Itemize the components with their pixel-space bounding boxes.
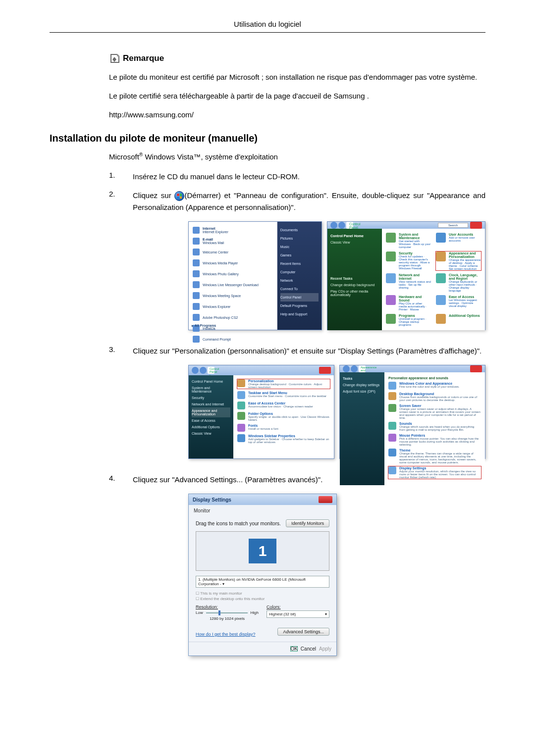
ap-folder-d: Specify single- or double-click to open … [248, 415, 330, 421]
nav-fwd-icon [351, 365, 358, 372]
cp-programs-d: Uninstall a program · Change startup pro… [399, 317, 431, 326]
ease-icon [436, 295, 446, 305]
cp-system-d: Get started with Windows · Back up your … [399, 240, 431, 249]
welcome-icon [193, 249, 200, 255]
pp-saver-d: Change your screen saver or adjust when … [399, 407, 481, 419]
pp-breadcrumb: Appearance and Personalization ▸ Persona… [359, 365, 366, 372]
close-icon [319, 496, 332, 503]
ap-ease-d: Accommodate low vision · Change screen r… [248, 405, 313, 408]
start-orb-icon [174, 191, 184, 201]
ap-side-system: System and Maintenance [192, 385, 230, 395]
cp-clock-d: Change keyboards or other input methods … [449, 280, 481, 292]
cp-side-classic: Classic View [330, 239, 379, 246]
cp-user: User Accounts [449, 233, 481, 236]
ok-button[interactable]: OK [290, 646, 297, 652]
start-controlpanel: Control Panel [280, 293, 319, 302]
start-games: Games [280, 251, 319, 259]
control-panel-screenshot: Control Panel ▸ Search Control Panel Hom… [327, 221, 485, 330]
appearance-icon [436, 252, 446, 261]
cp-security: Security [399, 252, 431, 255]
display-icon [388, 466, 396, 474]
start-recent: Recent Items [280, 259, 319, 268]
start-pictures: Pictures [280, 234, 319, 243]
start-messenger: Windows Live Messenger Download [203, 283, 259, 287]
mouse-icon [388, 434, 396, 442]
step-3-text: Cliquez sur "Personalization (personnali… [133, 345, 485, 357]
pp-sounds-d: Change which sounds are heard when you d… [399, 425, 481, 431]
start-help: Help and Support [280, 310, 319, 318]
identify-monitors-button[interactable]: Identify Monitors [286, 519, 329, 527]
cp-hardware: Hardware and Sound [399, 295, 431, 302]
ap-fonts: Fonts [248, 424, 278, 427]
ap-fonts-d: Install or remove a font [248, 427, 278, 430]
meeting-icon [193, 292, 200, 299]
ap-side-network: Network and Internet [192, 401, 230, 407]
clock-icon [436, 273, 446, 283]
ap-side-additional: Additional Options [192, 424, 230, 430]
step-3: 3. Cliquez sur "Personalization (personn… [109, 345, 485, 357]
additional-icon [436, 314, 446, 324]
start-photoshop: Adobe Photoshop CS2 [203, 316, 238, 319]
colors-dropdown[interactable]: Highest (32 bit)▾ [267, 610, 329, 618]
nav-fwd-icon [338, 222, 345, 229]
pp-side-font: Adjust font size (DPI) [343, 388, 381, 395]
ds-check1-label: This is my main monitor [200, 591, 242, 596]
explorer-icon [193, 303, 200, 310]
cp-appearance-d: Change the appearance of desktop · Apply… [449, 258, 481, 270]
pp-side-display: Change display settings [343, 382, 381, 388]
remarque-p2: Le pilote certifié sera téléchargeable à… [109, 90, 485, 102]
ap-side-home: Control Panel Home [192, 378, 230, 385]
slider-low: Low [196, 610, 203, 615]
cmd-icon [193, 336, 200, 343]
step-2-num: 2. [109, 190, 121, 213]
step-2: 2. Cliquez sur (Démarrer) et "Panneau de… [109, 190, 485, 213]
ap-sidebar: Windows Sidebar Properties [248, 434, 330, 438]
start-menu-screenshot: InternetInternet Explorer E-mailWindows … [188, 221, 322, 330]
pp-saver: Screen Saver [399, 404, 481, 407]
note-icon [109, 52, 121, 64]
mail-icon [193, 238, 200, 245]
cp-side-bg: Change desktop background [330, 282, 379, 288]
step-4-num: 4. [109, 474, 121, 486]
pp-theme-d: Change the theme. Themes can change a wi… [399, 452, 481, 464]
ds-tab-monitor: Monitor [189, 505, 336, 514]
color-icon [388, 382, 396, 390]
page-header: Utilisation du logiciel [50, 20, 485, 33]
ap-ease: Ease of Access Center [248, 402, 313, 405]
start-default: Default Programs [280, 302, 319, 310]
step-4-text: Cliquez sur "Advanced Settings... (Param… [133, 474, 485, 486]
saver-icon [388, 404, 396, 412]
close-icon [470, 222, 482, 229]
pp-color: Windows Color and Appearance [399, 382, 460, 385]
gallery-icon [193, 270, 200, 277]
cp-breadcrumb: Control Panel ▸ [346, 222, 353, 229]
ds-hint: Drag the icons to match your monitors. [196, 521, 281, 526]
personalization-icon [237, 379, 245, 387]
monitor-1-box: 1 [249, 539, 276, 563]
pp-sounds: Sounds [399, 422, 481, 425]
cp-security-d: Check for updates · Check this computer'… [399, 255, 431, 270]
remarque-url: http://www.samsung.com/ [109, 109, 485, 121]
resolution-label: Resolution: [196, 605, 259, 609]
step-1-text: Insérez le CD du manuel dans le lecteur … [133, 171, 485, 183]
user-icon [436, 233, 446, 243]
step-2-prefix: Cliquez sur [133, 191, 174, 200]
start-meeting: Windows Meeting Space [203, 294, 241, 298]
best-display-link[interactable]: How do I get the best display? [196, 632, 256, 637]
messenger-icon [193, 281, 200, 288]
cancel-button[interactable]: Cancel [301, 646, 316, 652]
photoshop-icon [193, 314, 200, 321]
start-mediaplayer: Windows Media Player [203, 261, 238, 265]
resolution-slider[interactable]: Low High [196, 610, 259, 615]
advanced-settings-button[interactable]: Advanced Settings... [277, 628, 329, 636]
start-internet: Internet [203, 227, 215, 230]
chevron-down-icon: ▾ [325, 612, 327, 616]
personalization-screenshot: Appearance and Personalization ▸ Persona… [339, 365, 485, 459]
sounds-icon [388, 422, 396, 430]
monitor-select[interactable]: 1. (Multiple Monitors) on NVIDIA GeForce… [196, 576, 329, 588]
pp-display: Display Settings [399, 466, 481, 470]
apply-button[interactable]: Apply [319, 646, 331, 652]
start-gallery: Windows Photo Gallery [203, 272, 239, 276]
display-settings-dialog: Display Settings Monitor Drag the icons … [188, 494, 337, 656]
os-suffix: , système d'exploitation [201, 152, 277, 161]
